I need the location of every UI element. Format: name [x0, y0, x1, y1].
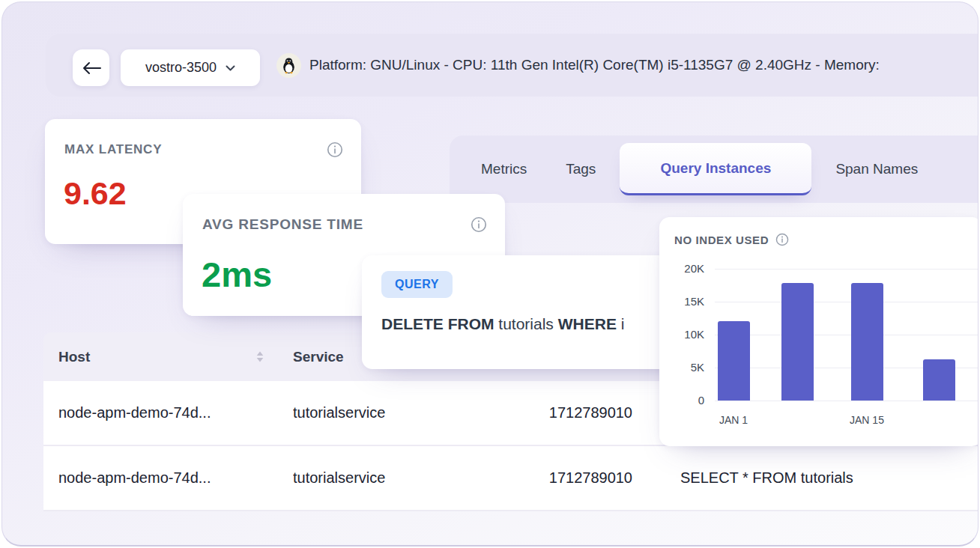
cell-query: SELECT * FROM tutorials — [632, 469, 979, 487]
host-selector-value: vostro-3500 — [145, 60, 217, 76]
x-axis-label: JAN 15 — [833, 414, 901, 426]
info-icon[interactable] — [471, 216, 487, 233]
x-axis-label: JAN 1 — [700, 414, 767, 426]
y-axis-tick: 20K — [659, 262, 704, 275]
query-type-badge: QUERY — [381, 271, 453, 298]
y-axis-tick: 0 — [659, 394, 704, 407]
info-icon[interactable] — [327, 141, 343, 158]
linux-penguin-icon — [276, 53, 301, 78]
back-arrow-icon — [82, 61, 101, 75]
tab-query-instances[interactable]: Query Instances — [620, 143, 811, 195]
y-axis-tick: 15K — [659, 295, 704, 308]
chart-bar[interactable] — [718, 321, 750, 401]
back-button[interactable] — [73, 49, 109, 86]
cell-host: node-apm-demo-74d... — [58, 469, 293, 487]
bar-chart: 20K15K10K5K0JAN 1JAN 15 — [659, 217, 979, 446]
tab-span-names[interactable]: Span Names — [816, 161, 937, 177]
cell-timestamp: 1712789010 — [529, 469, 632, 487]
chart-gridline — [715, 302, 979, 302]
topbar: vostro-3500 Platform: GNU/Linux - CPU: 1… — [46, 34, 979, 97]
chart-gridline — [715, 269, 979, 270]
platform-info: Platform: GNU/Linux - CPU: 11th Gen Inte… — [309, 34, 979, 97]
sql-text: tutorials — [498, 315, 557, 332]
chevron-down-icon — [226, 65, 235, 71]
chart-gridline — [715, 401, 979, 401]
app-window: vostro-3500 Platform: GNU/Linux - CPU: 1… — [1, 1, 979, 547]
chart-bar[interactable] — [923, 359, 955, 401]
column-header-host-label: Host — [58, 349, 90, 365]
host-selector-dropdown[interactable]: vostro-3500 — [121, 49, 260, 86]
sql-keyword: DELETE FROM — [381, 315, 498, 332]
no-index-used-card: NO INDEX USED 20K15K10K5K0JAN 1JAN 15 — [659, 217, 979, 446]
y-axis-tick: 10K — [659, 328, 704, 341]
chart-gridline — [715, 335, 979, 335]
tab-metrics[interactable]: Metrics — [462, 161, 546, 177]
tabs-bar: MetricsTagsQuery InstancesSpan Names — [450, 136, 979, 203]
column-header-host[interactable]: Host — [58, 349, 293, 365]
tab-tags[interactable]: Tags — [546, 161, 615, 177]
y-axis-tick: 5K — [659, 361, 704, 374]
cell-service: tutorialservice — [293, 404, 529, 421]
sort-icon[interactable] — [255, 350, 264, 363]
cell-host: node-apm-demo-74d... — [58, 404, 293, 421]
cell-service: tutorialservice — [293, 469, 529, 487]
chart-bar[interactable] — [851, 283, 883, 401]
cell-timestamp: 1712789010 — [529, 404, 632, 421]
sql-keyword: WHERE — [558, 315, 621, 332]
table-row[interactable]: node-apm-demo-74d...tutorialservice17127… — [43, 446, 979, 511]
sql-text: i — [621, 315, 625, 332]
max-latency-label: MAX LATENCY — [64, 142, 162, 157]
chart-bar[interactable] — [781, 283, 814, 401]
avg-response-time-label: AVG RESPONSE TIME — [202, 216, 363, 233]
